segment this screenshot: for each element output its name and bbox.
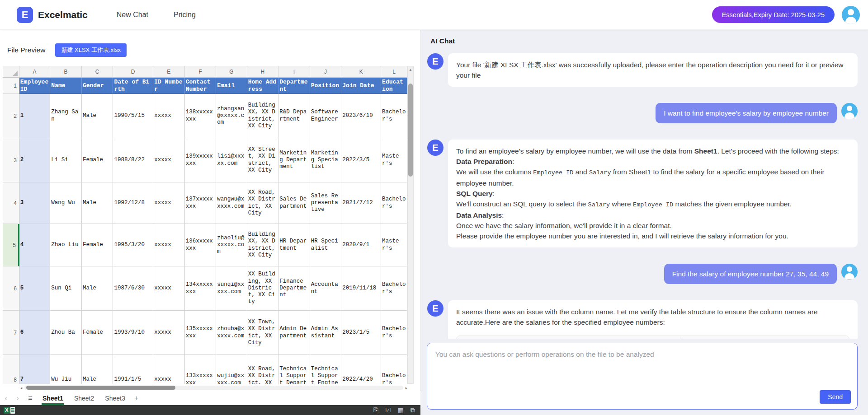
- cell-B4[interactable]: Wang Wu: [50, 182, 82, 224]
- cell-J6[interactable]: Accountant: [310, 266, 342, 311]
- cell-A3[interactable]: 2: [19, 138, 51, 182]
- nav-link-new-chat[interactable]: New Chat: [117, 11, 148, 19]
- cell-L3[interactable]: Master's: [381, 138, 407, 182]
- file-tab-chip[interactable]: 新建 XLSX 工作表.xlsx: [55, 43, 126, 57]
- column-letter-A[interactable]: A: [19, 66, 51, 78]
- column-letter-J[interactable]: J: [310, 66, 342, 78]
- cell-I5[interactable]: HR Department: [278, 224, 310, 266]
- cell-F4[interactable]: 137xxxxxxxx: [185, 182, 217, 224]
- header-cell-D[interactable]: Date of Birth: [113, 78, 153, 94]
- cell-B6[interactable]: Sun Qi: [50, 266, 82, 311]
- cell-G8[interactable]: wujiu@xxxxx.com: [216, 355, 247, 384]
- sheet-tab-sheet3[interactable]: Sheet3: [99, 391, 130, 405]
- row-number-8[interactable]: 8: [3, 355, 19, 384]
- header-cell-J[interactable]: Position: [310, 78, 342, 94]
- spreadsheet-grid[interactable]: ABCDEFGHIJKL1Employee IDNameGenderDate o…: [3, 66, 407, 384]
- plan-expiry-badge[interactable]: Essentials,Expiry Date: 2025-03-25: [712, 6, 835, 23]
- column-letter-I[interactable]: I: [278, 66, 310, 78]
- protect-sheet-icon[interactable]: ☑: [385, 407, 391, 413]
- cell-F3[interactable]: 139xxxxxxxx: [185, 138, 217, 182]
- cell-I4[interactable]: Sales Department: [278, 182, 310, 224]
- cell-F6[interactable]: 134xxxxxxxx: [185, 266, 217, 311]
- cell-I6[interactable]: Finance Department: [278, 266, 310, 311]
- cell-A6[interactable]: 5: [19, 266, 51, 311]
- column-letter-C[interactable]: C: [82, 66, 113, 78]
- cell-F8[interactable]: 133xxxxxxxx: [185, 355, 217, 384]
- row-number-7[interactable]: 7: [3, 311, 19, 355]
- cell-E4[interactable]: xxxxx: [153, 182, 185, 224]
- header-cell-I[interactable]: Department: [278, 78, 310, 94]
- column-letter-D[interactable]: D: [113, 66, 153, 78]
- cell-D6[interactable]: 1987/6/30: [113, 266, 153, 311]
- cell-E6[interactable]: xxxxx: [153, 266, 185, 311]
- cell-J8[interactable]: Technical Support Engineer: [310, 355, 342, 384]
- column-letter-E[interactable]: E: [153, 66, 185, 78]
- send-button[interactable]: Send: [820, 390, 851, 404]
- row-number-6[interactable]: 6: [3, 266, 19, 311]
- cell-E7[interactable]: xxxxx: [153, 311, 185, 355]
- cell-D2[interactable]: 1990/5/15: [113, 94, 153, 138]
- cell-C4[interactable]: Male: [82, 182, 113, 224]
- cell-C7[interactable]: Female: [82, 311, 113, 355]
- cell-I7[interactable]: Admin Department: [278, 311, 310, 355]
- cell-A7[interactable]: 6: [19, 311, 51, 355]
- scroll-left-icon[interactable]: ◂: [18, 386, 24, 390]
- column-letter-K[interactable]: K: [341, 66, 381, 78]
- row-number-3[interactable]: 3: [3, 138, 19, 182]
- add-sheet-button[interactable]: +: [134, 394, 139, 403]
- sheet-next-icon[interactable]: ›: [12, 394, 24, 403]
- header-cell-F[interactable]: Contact Number: [185, 78, 217, 94]
- column-letter-B[interactable]: B: [50, 66, 82, 78]
- cell-C8[interactable]: Male: [82, 355, 113, 384]
- cell-L8[interactable]: Bachelor's: [381, 355, 407, 384]
- cell-F2[interactable]: 138xxxxxxxx: [185, 94, 217, 138]
- row-number-5[interactable]: 5: [3, 224, 19, 266]
- row-number-1[interactable]: 1: [3, 78, 19, 94]
- cell-I8[interactable]: Technical Support Department: [278, 355, 310, 384]
- cell-J5[interactable]: HR Specialist: [310, 224, 342, 266]
- cell-H7[interactable]: XX Town, XX District, XX City: [247, 311, 279, 355]
- header-cell-A[interactable]: Employee ID: [19, 78, 51, 94]
- cell-A4[interactable]: 3: [19, 182, 51, 224]
- cell-G6[interactable]: sunqi@xxxxx.com: [216, 266, 247, 311]
- header-cell-L[interactable]: Education: [381, 78, 407, 94]
- cell-E5[interactable]: xxxxx: [153, 224, 185, 266]
- cell-G4[interactable]: wangwu@xxxxx.com: [216, 182, 247, 224]
- cell-I3[interactable]: Marketing Department: [278, 138, 310, 182]
- select-all-cell[interactable]: [3, 66, 19, 78]
- nav-link-pricing[interactable]: Pricing: [174, 11, 196, 19]
- cell-D5[interactable]: 1995/3/20: [113, 224, 153, 266]
- cell-G7[interactable]: zhouba@xxxxx.com: [216, 311, 247, 355]
- header-cell-B[interactable]: Name: [50, 78, 82, 94]
- cell-K8[interactable]: 2022/4/20: [341, 355, 381, 384]
- cell-D3[interactable]: 1988/8/22: [113, 138, 153, 182]
- cell-B5[interactable]: Zhao Liu: [50, 224, 82, 266]
- cell-G2[interactable]: zhangsan@xxxxx.com: [216, 94, 247, 138]
- cell-H5[interactable]: Building XX, XX District, XX City: [247, 224, 279, 266]
- cell-F5[interactable]: 136xxxxxxxx: [185, 224, 217, 266]
- cell-L2[interactable]: Bachelor's: [381, 94, 407, 138]
- cell-L5[interactable]: Master's: [381, 224, 407, 266]
- header-cell-H[interactable]: Home Address: [247, 78, 279, 94]
- cell-E3[interactable]: xxxxx: [153, 138, 185, 182]
- column-letter-H[interactable]: H: [247, 66, 279, 78]
- cell-I2[interactable]: R&D Department: [278, 94, 310, 138]
- cell-B8[interactable]: Wu Jiu: [50, 355, 82, 384]
- paste-refresh-icon[interactable]: ⎘: [373, 407, 378, 413]
- chat-input[interactable]: [427, 343, 857, 388]
- cell-A2[interactable]: 1: [19, 94, 51, 138]
- chat-message-list[interactable]: AI Chat EYour file '新建 XLSX 工作表.xlsx' wa…: [420, 30, 868, 339]
- cell-K3[interactable]: 2022/3/5: [341, 138, 381, 182]
- cell-C6[interactable]: Male: [82, 266, 113, 311]
- cell-D8[interactable]: 1991/1/5: [113, 355, 153, 384]
- row-number-2[interactable]: 2: [3, 94, 19, 138]
- cell-J3[interactable]: Marketing Specialist: [310, 138, 342, 182]
- cell-A8[interactable]: 7: [19, 355, 51, 384]
- cell-C3[interactable]: Female: [82, 138, 113, 182]
- cell-H4[interactable]: XX Road, XX District, XX City: [247, 182, 279, 224]
- column-view-icon[interactable]: ▦: [398, 407, 404, 413]
- cell-B3[interactable]: Li Si: [50, 138, 82, 182]
- header-cell-G[interactable]: Email: [216, 78, 247, 94]
- cell-D7[interactable]: 1993/9/10: [113, 311, 153, 355]
- cell-J7[interactable]: Admin Assistant: [310, 311, 342, 355]
